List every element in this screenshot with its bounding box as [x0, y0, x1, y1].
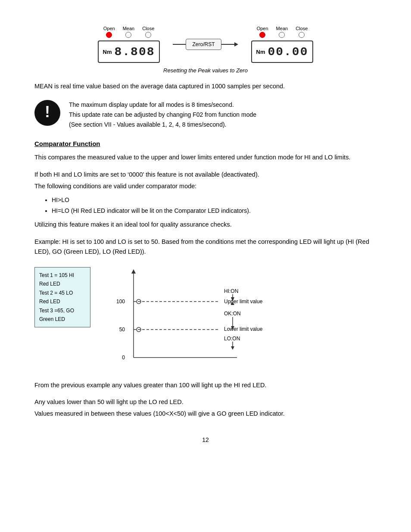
right-close-indicator: Close [296, 26, 308, 38]
legend-line3: Test 2 = 45 LO [39, 289, 86, 297]
notice-text-block: The maximum display update for all modes… [69, 100, 377, 130]
legend-line5: Test 3 =65, GO [39, 306, 86, 315]
left-mean-label: Mean [123, 26, 135, 31]
left-indicator-row: Open Mean Close [103, 26, 155, 38]
right-indicator-row: Open Mean Close [257, 26, 308, 38]
right-display-box: Nm 00.00 [251, 40, 314, 63]
notice-line3: (See section VII - Values available 1, 2… [69, 121, 226, 128]
comparator-para8: Values measured in between these values … [34, 409, 377, 419]
left-close-indicator: Close [142, 26, 154, 38]
right-unit-label: Nm [256, 49, 265, 55]
comparator-para1: This compares the measured value to the … [34, 152, 377, 162]
chart-area: Test 1 = 105 HI Red LED Test 2 = 45 LO R… [34, 267, 377, 372]
legend-line6: Green LED [39, 315, 86, 324]
left-close-label: Close [142, 26, 154, 31]
notice-line2: This update rate can be adjusted by chan… [69, 111, 256, 118]
left-display-unit: Open Mean Close Nm 8.808 [98, 26, 160, 63]
right-open-indicator: Open [257, 26, 268, 38]
left-unit-label: Nm [103, 49, 112, 55]
right-display-unit: Open Mean Close Nm 00.00 [251, 26, 314, 63]
left-open-label: Open [103, 26, 115, 31]
chart-svg: HI:ON Upper limit value OK:ON Lower limi… [99, 267, 280, 370]
right-open-label: Open [257, 26, 268, 31]
comparator-para7: Any values lower than 50 will light up t… [34, 397, 377, 407]
notice-line1: The maximum display update for all modes… [69, 101, 234, 108]
diagram-caption: Resetting the Peak values to Zero [34, 67, 377, 74]
bullet-item-1: HI>LO [52, 195, 377, 205]
left-display-box: Nm 8.808 [98, 40, 160, 63]
peak-reset-diagram: Open Mean Close Nm 8.808 Zero/RST [34, 26, 377, 63]
zero-rst-arrow: Zero/RST [173, 39, 238, 50]
right-close-label: Close [296, 26, 308, 31]
exclamation-icon: ! [45, 104, 50, 120]
left-open-dot [106, 32, 112, 38]
legend-line4: Red LED [39, 297, 86, 306]
svg-text:LO:ON: LO:ON [224, 336, 240, 342]
left-seg-value: 8.808 [114, 45, 155, 59]
legend-line2: Red LED [39, 280, 86, 288]
comparator-bullets: HI>LO HI=LO (HI Red LED indicator will b… [52, 195, 377, 216]
right-open-dot [259, 32, 265, 38]
right-seg-value: 00.00 [268, 45, 308, 59]
comparator-para4: Utilizing this feature makes it an ideal… [34, 220, 377, 230]
comparator-para3: The following conditions are valid under… [34, 181, 377, 191]
comparator-para5: Example: HI is set to 100 and LO is set … [34, 237, 377, 257]
mean-description: MEAN is real time value based on the ave… [34, 81, 377, 91]
right-mean-label: Mean [276, 26, 288, 31]
svg-text:Upper limit value: Upper limit value [224, 299, 263, 305]
comparator-chart: HI:ON Upper limit value OK:ON Lower limi… [99, 267, 377, 372]
notice-box: ! The maximum display update for all mod… [34, 100, 377, 130]
comparator-para2: If both HI and LO limits are set to ‘000… [34, 170, 377, 180]
svg-marker-18 [231, 346, 234, 350]
right-mean-dot [279, 32, 285, 38]
chart-legend: Test 1 = 105 HI Red LED Test 2 = 45 LO R… [34, 267, 90, 327]
legend-line1: Test 1 = 105 HI [39, 271, 86, 280]
comparator-para6: From the previous example any values gre… [34, 380, 377, 390]
right-close-dot [299, 32, 305, 38]
svg-text:0: 0 [122, 355, 125, 361]
right-mean-indicator: Mean [276, 26, 288, 38]
svg-text:HI:ON: HI:ON [224, 288, 238, 294]
left-mean-dot [125, 32, 131, 38]
left-open-indicator: Open [103, 26, 115, 38]
notice-icon: ! [34, 100, 60, 126]
svg-marker-1 [131, 269, 136, 274]
left-close-dot [145, 32, 151, 38]
svg-text:100: 100 [116, 299, 125, 305]
left-mean-indicator: Mean [123, 26, 135, 38]
comparator-heading: Comparator Function [34, 140, 377, 147]
zero-rst-button: Zero/RST [186, 39, 221, 50]
page-number: 12 [34, 436, 377, 443]
comparator-section: Comparator Function This compares the me… [34, 140, 377, 419]
bullet-item-2: HI=LO (HI Red LED indicator will be lit … [52, 205, 377, 216]
svg-text:50: 50 [119, 327, 125, 333]
svg-text:Lower limit value: Lower limit value [224, 326, 263, 332]
svg-text:OK:ON: OK:ON [224, 311, 241, 317]
